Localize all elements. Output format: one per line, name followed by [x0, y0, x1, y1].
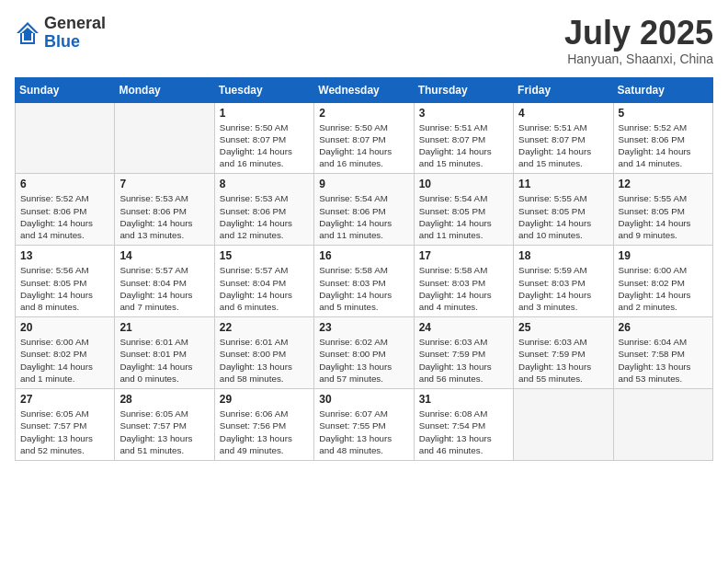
- week-row-1: 1Sunrise: 5:50 AMSunset: 8:07 PMDaylight…: [16, 102, 713, 174]
- daylight-label: Daylight: 14 hours and 5 minutes.: [319, 290, 392, 312]
- calendar-cell: [613, 389, 712, 461]
- daylight-label: Daylight: 14 hours and 16 minutes.: [220, 146, 292, 168]
- day-number: 15: [220, 249, 309, 262]
- day-number: 8: [220, 178, 309, 190]
- calendar-cell: 3Sunrise: 5:51 AMSunset: 8:07 PMDaylight…: [414, 102, 513, 174]
- daylight-label: Daylight: 13 hours and 48 minutes.: [319, 433, 392, 455]
- calendar-cell: 31Sunrise: 6:08 AMSunset: 7:54 PMDayligh…: [414, 389, 513, 461]
- daylight-label: Daylight: 13 hours and 55 minutes.: [518, 362, 591, 384]
- day-number: 18: [518, 249, 608, 262]
- day-info: Sunrise: 6:02 AMSunset: 8:00 PMDaylight:…: [319, 336, 408, 385]
- sunrise-label: Sunrise: 5:52 AM: [20, 193, 89, 203]
- sunset-label: Sunset: 8:00 PM: [220, 349, 286, 359]
- calendar-cell: 6Sunrise: 5:52 AMSunset: 8:06 PMDaylight…: [16, 174, 115, 246]
- day-info: Sunrise: 5:54 AMSunset: 8:06 PMDaylight:…: [319, 192, 408, 241]
- calendar-cell: 20Sunrise: 6:00 AMSunset: 8:02 PMDayligh…: [16, 317, 115, 389]
- day-info: Sunrise: 6:04 AMSunset: 7:58 PMDaylight:…: [619, 336, 708, 385]
- daylight-label: Daylight: 14 hours and 15 minutes.: [518, 146, 591, 168]
- sunrise-label: Sunrise: 5:52 AM: [619, 122, 688, 132]
- day-header-sunday: Sunday: [16, 77, 115, 102]
- week-row-2: 6Sunrise: 5:52 AMSunset: 8:06 PMDaylight…: [16, 174, 713, 246]
- sunset-label: Sunset: 8:03 PM: [518, 278, 585, 288]
- title-block: July 2025 Hanyuan, Shaanxi, China: [564, 15, 713, 66]
- sunrise-label: Sunrise: 6:03 AM: [518, 337, 587, 347]
- calendar-cell: 26Sunrise: 6:04 AMSunset: 7:58 PMDayligh…: [613, 317, 712, 389]
- day-info: Sunrise: 5:59 AMSunset: 8:03 PMDaylight:…: [518, 264, 608, 313]
- daylight-label: Daylight: 14 hours and 11 minutes.: [419, 218, 492, 240]
- sunset-label: Sunset: 7:58 PM: [619, 349, 685, 359]
- day-header-monday: Monday: [115, 77, 214, 102]
- sunrise-label: Sunrise: 6:04 AM: [619, 337, 688, 347]
- sunrise-label: Sunrise: 6:08 AM: [419, 408, 488, 419]
- daylight-label: Daylight: 14 hours and 13 minutes.: [119, 218, 192, 240]
- day-number: 22: [220, 321, 309, 334]
- day-number: 28: [119, 393, 209, 406]
- daylight-label: Daylight: 14 hours and 0 minutes.: [119, 362, 192, 384]
- day-info: Sunrise: 5:56 AMSunset: 8:05 PMDaylight:…: [20, 264, 109, 313]
- day-number: 3: [419, 107, 508, 120]
- daylight-label: Daylight: 14 hours and 4 minutes.: [419, 290, 492, 312]
- sunset-label: Sunset: 8:03 PM: [419, 278, 485, 288]
- sunrise-label: Sunrise: 5:55 AM: [619, 193, 688, 203]
- daylight-label: Daylight: 14 hours and 1 minute.: [20, 362, 93, 384]
- day-number: 7: [119, 178, 209, 190]
- sunset-label: Sunset: 8:03 PM: [319, 278, 385, 288]
- day-number: 11: [518, 178, 608, 190]
- calendar-cell: 14Sunrise: 5:57 AMSunset: 8:04 PMDayligh…: [115, 246, 214, 317]
- location: Hanyuan, Shaanxi, China: [564, 52, 713, 66]
- calendar-cell: 29Sunrise: 6:06 AMSunset: 7:56 PMDayligh…: [214, 389, 313, 461]
- day-info: Sunrise: 5:52 AMSunset: 8:06 PMDaylight:…: [619, 121, 708, 170]
- sunset-label: Sunset: 7:57 PM: [20, 420, 86, 431]
- calendar-cell: 23Sunrise: 6:02 AMSunset: 8:00 PMDayligh…: [314, 317, 414, 389]
- day-info: Sunrise: 5:53 AMSunset: 8:06 PMDaylight:…: [119, 192, 209, 241]
- day-number: 21: [119, 321, 209, 334]
- daylight-label: Daylight: 14 hours and 15 minutes.: [419, 146, 492, 168]
- day-info: Sunrise: 6:05 AMSunset: 7:57 PMDaylight:…: [119, 408, 209, 456]
- day-header-saturday: Saturday: [613, 77, 712, 102]
- sunrise-label: Sunrise: 6:01 AM: [220, 337, 289, 347]
- calendar-header-row: SundayMondayTuesdayWednesdayThursdayFrid…: [16, 77, 713, 102]
- calendar-cell: 28Sunrise: 6:05 AMSunset: 7:57 PMDayligh…: [115, 389, 214, 461]
- sunrise-label: Sunrise: 5:54 AM: [419, 193, 488, 203]
- sunrise-label: Sunrise: 5:50 AM: [319, 122, 388, 132]
- calendar-cell: [115, 102, 214, 174]
- day-info: Sunrise: 5:55 AMSunset: 8:05 PMDaylight:…: [619, 192, 708, 241]
- sunrise-label: Sunrise: 6:05 AM: [20, 408, 89, 419]
- day-info: Sunrise: 5:55 AMSunset: 8:05 PMDaylight:…: [518, 192, 608, 241]
- sunset-label: Sunset: 7:59 PM: [518, 349, 585, 359]
- sunrise-label: Sunrise: 6:06 AM: [220, 408, 289, 419]
- week-row-3: 13Sunrise: 5:56 AMSunset: 8:05 PMDayligh…: [16, 246, 713, 317]
- day-info: Sunrise: 6:03 AMSunset: 7:59 PMDaylight:…: [419, 336, 508, 385]
- day-info: Sunrise: 6:08 AMSunset: 7:54 PMDaylight:…: [419, 408, 508, 456]
- sunrise-label: Sunrise: 5:57 AM: [119, 265, 188, 275]
- logo-blue-text: Blue: [44, 32, 80, 51]
- sunrise-label: Sunrise: 5:54 AM: [319, 193, 388, 203]
- daylight-label: Daylight: 13 hours and 57 minutes.: [319, 362, 392, 384]
- logo-icon: [15, 20, 40, 46]
- day-header-wednesday: Wednesday: [314, 77, 414, 102]
- sunset-label: Sunset: 8:07 PM: [419, 134, 485, 144]
- day-number: 12: [619, 178, 708, 190]
- sunset-label: Sunset: 7:55 PM: [319, 420, 385, 431]
- sunset-label: Sunset: 8:06 PM: [119, 206, 186, 216]
- sunrise-label: Sunrise: 6:03 AM: [419, 337, 488, 347]
- day-info: Sunrise: 6:06 AMSunset: 7:56 PMDaylight:…: [220, 408, 309, 456]
- sunrise-label: Sunrise: 5:53 AM: [220, 193, 289, 203]
- day-number: 19: [619, 249, 708, 262]
- day-info: Sunrise: 6:03 AMSunset: 7:59 PMDaylight:…: [518, 336, 608, 385]
- sunset-label: Sunset: 8:07 PM: [220, 134, 286, 144]
- sunset-label: Sunset: 7:57 PM: [119, 420, 186, 431]
- sunset-label: Sunset: 8:06 PM: [220, 206, 286, 216]
- calendar-cell: [514, 389, 613, 461]
- daylight-label: Daylight: 14 hours and 3 minutes.: [518, 290, 591, 312]
- day-info: Sunrise: 5:50 AMSunset: 8:07 PMDaylight:…: [220, 121, 309, 170]
- daylight-label: Daylight: 13 hours and 56 minutes.: [419, 362, 492, 384]
- calendar-cell: 13Sunrise: 5:56 AMSunset: 8:05 PMDayligh…: [16, 246, 115, 317]
- week-row-5: 27Sunrise: 6:05 AMSunset: 7:57 PMDayligh…: [16, 389, 713, 461]
- sunrise-label: Sunrise: 5:51 AM: [518, 122, 587, 132]
- day-number: 6: [20, 178, 109, 190]
- daylight-label: Daylight: 13 hours and 53 minutes.: [619, 362, 691, 384]
- sunset-label: Sunset: 8:04 PM: [119, 278, 186, 288]
- day-number: 9: [319, 178, 408, 190]
- day-info: Sunrise: 5:58 AMSunset: 8:03 PMDaylight:…: [319, 264, 408, 313]
